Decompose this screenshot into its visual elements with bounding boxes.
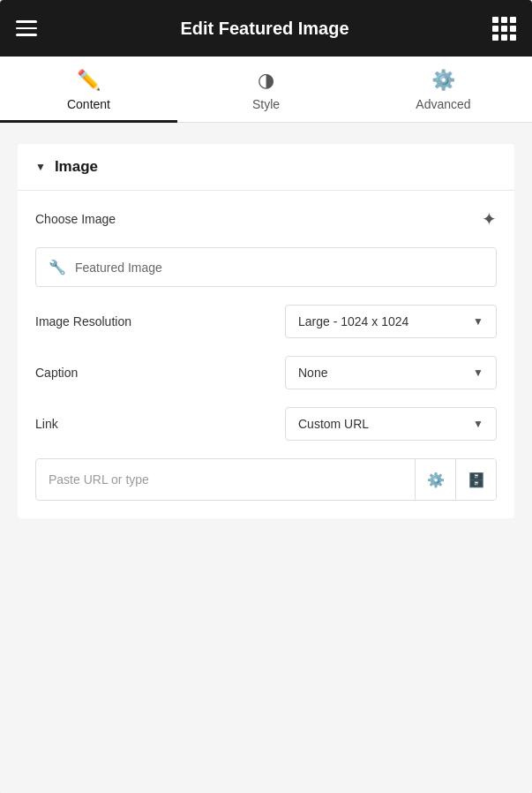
database-icon: 🗄️ (468, 472, 485, 488)
header-title: Edit Featured Image (180, 19, 348, 39)
tab-advanced[interactable]: ⚙️ Advanced (355, 57, 532, 122)
grid-apps-icon[interactable] (492, 17, 516, 41)
chevron-down-icon: ▼ (473, 366, 483, 379)
image-input-value: Featured Image (75, 261, 162, 275)
wrench-icon: 🔧 (49, 259, 66, 276)
image-resolution-select[interactable]: Large - 1024 x 1024 ▼ (285, 305, 497, 338)
tabs: ✏️ Content ◑ Style ⚙️ Advanced (0, 57, 532, 123)
caption-label: Caption (35, 366, 78, 380)
sparkle-icon[interactable]: ✦ (482, 208, 497, 230)
link-select[interactable]: Custom URL ▼ (285, 407, 497, 441)
gear-icon: ⚙️ (427, 472, 445, 488)
caption-value: None (298, 366, 327, 380)
choose-image-label: Choose Image (35, 212, 116, 226)
tab-content[interactable]: ✏️ Content (0, 57, 177, 122)
choose-image-row: Choose Image ✦ (35, 208, 497, 230)
link-row: Link Custom URL ▼ (35, 407, 497, 441)
url-input-row: ⚙️ 🗄️ (35, 458, 497, 501)
image-section: ▼ Image Choose Image ✦ 🔧 Featured Image … (18, 144, 514, 518)
header: Edit Featured Image (0, 0, 532, 57)
section-body: Choose Image ✦ 🔧 Featured Image Image Re… (18, 191, 514, 518)
panel: Edit Featured Image ✏️ Content ◑ Style ⚙… (0, 0, 532, 793)
tab-style[interactable]: ◑ Style (177, 57, 355, 122)
collapse-arrow-icon[interactable]: ▼ (35, 161, 46, 173)
image-input[interactable]: 🔧 Featured Image (35, 247, 497, 287)
caption-select[interactable]: None ▼ (285, 356, 497, 389)
link-value: Custom URL (298, 417, 369, 431)
url-settings-button[interactable]: ⚙️ (415, 459, 455, 500)
chevron-down-icon: ▼ (473, 418, 483, 430)
section-title: Image (55, 158, 98, 176)
tab-style-label: Style (252, 97, 280, 111)
image-resolution-row: Image Resolution Large - 1024 x 1024 ▼ (35, 305, 497, 338)
url-input[interactable] (36, 462, 415, 497)
tab-content-label: Content (67, 97, 110, 111)
half-circle-icon: ◑ (258, 69, 274, 92)
image-resolution-value: Large - 1024 x 1024 (298, 314, 408, 329)
link-label: Link (35, 417, 58, 431)
image-resolution-label: Image Resolution (35, 314, 131, 329)
pencil-icon: ✏️ (77, 69, 101, 92)
content-area: ▼ Image Choose Image ✦ 🔧 Featured Image … (0, 123, 532, 793)
gear-icon: ⚙️ (431, 69, 455, 92)
chevron-down-icon: ▼ (473, 315, 483, 328)
hamburger-menu-icon[interactable] (16, 20, 37, 36)
url-database-button[interactable]: 🗄️ (455, 459, 496, 500)
caption-row: Caption None ▼ (35, 356, 497, 389)
section-header: ▼ Image (18, 144, 514, 191)
tab-advanced-label: Advanced (416, 97, 470, 111)
